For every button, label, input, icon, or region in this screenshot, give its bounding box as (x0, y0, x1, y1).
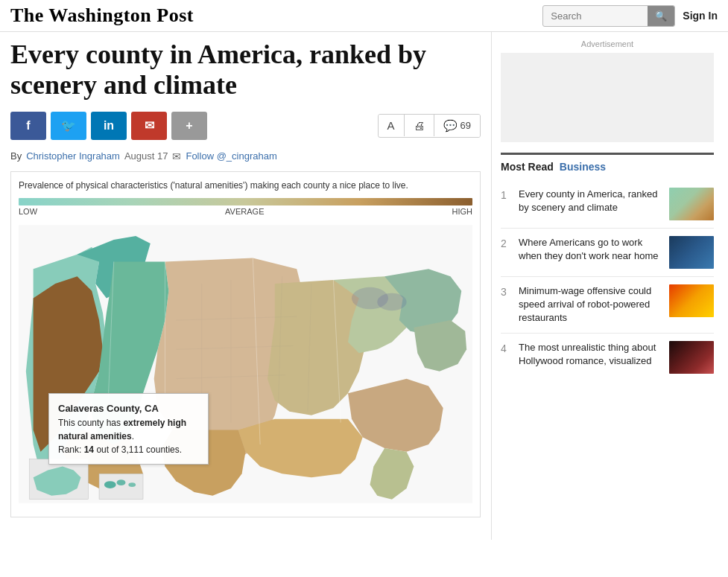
map-container[interactable]: Calaveras County, CA This county has ext… (19, 219, 472, 509)
tooltip-county-name: Calaveras County, CA (58, 401, 199, 416)
font-icon: A (387, 119, 395, 132)
article-date: August 17 (124, 150, 168, 162)
rank-prefix: Rank: (58, 444, 84, 455)
item-number-4: 4 (501, 341, 513, 354)
map-tooltip: Calaveras County, CA This county has ext… (48, 393, 209, 465)
most-read-label: Most Read (501, 161, 554, 173)
comments-icon: 💬 (443, 119, 458, 133)
byline: By Christopher Ingraham August 17 ✉ Foll… (10, 150, 481, 162)
tooltip-prefix: This county has (58, 418, 123, 428)
facebook-icon: f (26, 119, 30, 133)
main-article: Every county in America, ranked by scene… (0, 32, 492, 540)
site-logo: The Washington Post (10, 4, 194, 27)
item-thumbnail-1 (669, 188, 714, 220)
legend-bar (19, 198, 472, 205)
print-icon: 🖨 (414, 119, 425, 132)
chart-title: Prevalence of physical characteristics (… (19, 179, 472, 192)
search-input[interactable] (543, 7, 648, 25)
linkedin-icon: in (104, 119, 114, 133)
item-title-4: The most unrealistic thing about Hollywo… (519, 341, 663, 368)
choropleth-map[interactable] (19, 219, 472, 509)
chart-container: Prevalence of physical characteristics (… (10, 171, 481, 517)
header-right: 🔍 Sign In (542, 5, 718, 27)
item-number-2: 2 (501, 236, 513, 249)
content-wrapper: Every county in America, ranked by scene… (0, 32, 728, 540)
item-thumbnail-2 (669, 236, 714, 269)
item-number-1: 1 (501, 188, 513, 201)
most-read-item-1[interactable]: 1 Every county in America, ranked by sce… (501, 180, 714, 229)
legend-avg: AVERAGE (225, 207, 264, 216)
author-email-icon: ✉ (172, 150, 181, 162)
item-title-1: Every county in America, ranked by scene… (519, 188, 663, 214)
item-title-3: Minimum-wage offensive could speed arriv… (519, 284, 663, 325)
print-button[interactable]: 🖨 (405, 115, 434, 136)
more-share-button[interactable]: + (171, 112, 207, 140)
search-button[interactable]: 🔍 (648, 6, 674, 26)
most-read-item-3[interactable]: 3 Minimum-wage offensive could speed arr… (501, 277, 714, 334)
legend-low: LOW (19, 207, 37, 216)
site-header: The Washington Post 🔍 Sign In (0, 0, 728, 32)
item-thumbnail-3 (669, 284, 714, 317)
email-share-button[interactable]: ✉ (131, 112, 167, 140)
search-box: 🔍 (542, 5, 675, 27)
item-title-2: Where Americans go to work when they don… (519, 236, 663, 263)
article-title: Every county in America, ranked by scene… (10, 39, 481, 101)
rank-suffix: out of 3,111 counties. (94, 444, 182, 455)
byline-by: By (10, 150, 22, 162)
most-read-section: Business (560, 161, 606, 173)
more-icon: + (186, 119, 192, 133)
twitter-share-button[interactable]: 🐦 (51, 112, 86, 140)
tooltip-suffix: . (132, 431, 134, 441)
item-number-3: 3 (501, 284, 513, 298)
email-icon: ✉ (145, 118, 154, 133)
item-thumbnail-4 (669, 341, 714, 374)
sidebar: Advertisement Most Read Business 1 Every… (492, 32, 723, 540)
svg-point-5 (104, 481, 116, 488)
twitter-icon: 🐦 (61, 118, 76, 133)
tooltip-rank: Rank: 14 out of 3,111 counties. (58, 443, 199, 456)
legend-bar-wrap: LOW AVERAGE HIGH (19, 198, 472, 216)
author-link[interactable]: Christopher Ingraham (26, 150, 120, 162)
facebook-share-button[interactable]: f (10, 112, 46, 140)
legend-high: HIGH (452, 207, 473, 216)
legend-labels: LOW AVERAGE HIGH (19, 207, 472, 216)
svg-point-7 (128, 482, 136, 487)
svg-point-6 (117, 479, 126, 485)
article-tools: A 🖨 💬 69 (378, 114, 481, 138)
svg-point-2 (377, 293, 406, 310)
comments-count: 69 (460, 120, 471, 131)
sign-in-button[interactable]: Sign In (683, 10, 718, 22)
social-bar: f 🐦 in ✉ + A 🖨 💬 (10, 112, 481, 140)
font-size-button[interactable]: A (379, 115, 405, 136)
rank-number: 14 (84, 444, 94, 455)
tooltip-description: This county has extremely high natural a… (58, 416, 199, 443)
advertisement-placeholder (501, 53, 714, 142)
most-read-item-4[interactable]: 4 The most unrealistic thing about Holly… (501, 334, 714, 381)
most-read-item-2[interactable]: 2 Where Americans go to work when they d… (501, 229, 714, 277)
most-read-header: Most Read Business (501, 153, 714, 173)
linkedin-share-button[interactable]: in (91, 112, 127, 140)
comments-button[interactable]: 💬 69 (434, 115, 480, 137)
follow-link[interactable]: Follow @_cingraham (186, 150, 276, 162)
ad-label: Advertisement (501, 39, 714, 48)
most-read-list: 1 Every county in America, ranked by sce… (501, 180, 714, 381)
